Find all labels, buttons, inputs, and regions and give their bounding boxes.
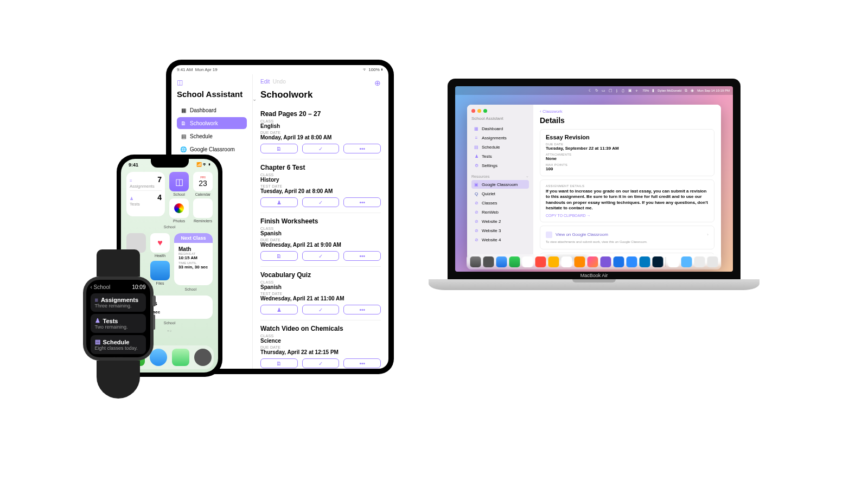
mac-resource-website-2[interactable]: ⊘Website 2 (471, 217, 529, 226)
task-more-button[interactable]: ••• (343, 251, 381, 261)
dock-trello[interactable] (640, 256, 650, 267)
watch-back-button[interactable]: ‹ School (91, 284, 111, 290)
sidebar-collapse-icon[interactable]: ◫ (177, 79, 183, 86)
ipad-nav-dashboard[interactable]: ▦Dashboard (177, 104, 247, 116)
calendar-app-icon[interactable]: FRI23 (193, 172, 213, 191)
watch-item-tests[interactable]: ♟TestsTwo remaining. (91, 314, 146, 333)
copy-clipboard-button[interactable]: COPY TO CLIPBOARD → (546, 214, 709, 217)
task-type-button[interactable]: ♟ (260, 197, 298, 207)
bluetooth-icon: ᛒ (616, 89, 618, 93)
dock-app[interactable] (614, 256, 624, 267)
task-item[interactable]: Watch Video on Chemicals CLASS Science D… (260, 320, 381, 369)
mac-resource-classes[interactable]: ⊘Classes (471, 198, 529, 207)
task-title: Read Pages 20 – 27 (260, 110, 381, 118)
google-classroom-card: View on Google Classroom › To view attac… (540, 226, 714, 249)
assignment-due: Tuesday, September 22 at 11:39 AM (546, 146, 709, 151)
globe-icon: 🌐 (180, 146, 187, 152)
ipad-nav-google-classroom[interactable]: 🌐Google Classroom (177, 143, 247, 155)
task-item[interactable]: Finish Worksheets CLASS Spanish DUE DATE… (260, 213, 381, 266)
dock-mail[interactable] (522, 256, 533, 267)
assignment-title: Essay Revision (546, 134, 709, 140)
mac-nav-settings[interactable]: ⚙Settings (471, 161, 529, 170)
task-class: History (260, 177, 381, 183)
ipad-nav-schedule[interactable]: ▤Schedule (177, 130, 247, 142)
breadcrumb[interactable]: ‹ Classwork (540, 109, 714, 114)
side-button[interactable] (153, 314, 155, 330)
mac-resource-website-3[interactable]: ⊘Website 3 (471, 226, 529, 235)
dock-folder[interactable] (681, 256, 692, 267)
school-summary-widget[interactable]: ≡7Assignments♟4Tests (126, 172, 165, 216)
task-type-button[interactable]: 🗎 (260, 144, 298, 153)
task-complete-button[interactable]: ✓ (302, 358, 340, 368)
next-class-widget[interactable]: Next Class Math BEGINS AT 10:15 AM TIME … (174, 233, 213, 285)
dock-maps-icon[interactable] (172, 349, 189, 366)
task-item[interactable]: Vocabulary Quiz CLASS Spanish TEST DATE … (260, 266, 381, 320)
mac-resource-google-classroom[interactable]: ▣Google Classroom (471, 180, 529, 189)
view-on-google-classroom[interactable]: View on Google Classroom › (546, 229, 709, 240)
photos-app-icon[interactable] (169, 198, 189, 218)
dock-settings[interactable] (483, 256, 494, 267)
dock-xcode[interactable] (601, 256, 611, 267)
task-complete-button[interactable]: ✓ (302, 251, 340, 261)
dock-app[interactable] (535, 256, 546, 267)
dock-app[interactable] (575, 256, 585, 267)
doc-icon: 🗎 (180, 120, 187, 126)
mac-datetime: Mon Sep 14 10:19 PM (697, 89, 730, 92)
mac-dock[interactable] (467, 254, 722, 269)
gc-icon: ▣ (474, 182, 479, 187)
watch-item-assignments[interactable]: ≡AssignmentsThree remaining. (91, 293, 146, 312)
digital-crown[interactable] (152, 296, 156, 306)
mac-nav-dashboard[interactable]: ▦Dashboard (471, 124, 529, 133)
q-icon: Q (474, 191, 479, 196)
ipad-nav-schoolwork[interactable]: 🗎Schoolwork (177, 117, 247, 129)
edit-button[interactable]: Edit (260, 79, 270, 85)
display-icon: ▭ (602, 88, 605, 93)
reminders-app-icon[interactable] (193, 198, 213, 218)
chevron-down-icon[interactable]: ⌄ (526, 174, 529, 178)
mac-resource-website-4[interactable]: ⊘Website 4 (471, 235, 529, 244)
link-icon: ⊘ (474, 228, 479, 233)
task-more-button[interactable]: ••• (343, 144, 381, 153)
task-item[interactable]: Chapter 6 Test CLASS History TEST DATE T… (260, 159, 381, 213)
dock-app[interactable] (561, 256, 572, 267)
dock-trash[interactable] (707, 256, 718, 267)
dock-finder[interactable] (470, 256, 481, 267)
chevron-down-icon[interactable]: ⌄ (253, 96, 257, 102)
macbook-base (429, 279, 760, 290)
task-more-button[interactable]: ••• (343, 305, 381, 314)
mac-resource-renweb[interactable]: ⊘RenWeb (471, 208, 529, 216)
task-item[interactable]: Read Pages 20 – 27 CLASS English DUE DAT… (260, 106, 381, 159)
task-type-button[interactable]: 🗎 (260, 358, 298, 368)
task-more-button[interactable]: ••• (343, 358, 381, 368)
task-type-button[interactable]: ♟ (260, 305, 298, 314)
dock-app[interactable] (694, 256, 705, 267)
dock-safari[interactable] (496, 256, 507, 267)
dock-messages[interactable] (509, 256, 520, 267)
link-icon: ⊘ (474, 209, 479, 215)
task-complete-button[interactable]: ✓ (302, 144, 340, 153)
dock-app[interactable] (627, 256, 637, 267)
school-app-icon[interactable]: ◫ (169, 172, 189, 191)
task-complete-button[interactable]: ✓ (302, 197, 340, 207)
screenshot-icon: ⧉ (685, 88, 687, 93)
dock-photoshop[interactable] (653, 256, 663, 267)
watch-item-schedule[interactable]: ▤ScheduleEight classes today. (91, 335, 146, 354)
mac-nav-schedule[interactable]: ▤Schedule (471, 143, 529, 151)
window-controls[interactable] (471, 109, 529, 113)
dock-app[interactable] (548, 256, 559, 267)
add-button-icon[interactable]: ⊕ (374, 79, 381, 87)
mac-app-window: School Assistant ▦Dashboard≡Assignments▤… (467, 105, 721, 266)
siri-icon: ◉ (691, 88, 694, 93)
mac-battery: 75% (642, 89, 649, 92)
mac-nav-assignments[interactable]: ≡Assignments (471, 133, 529, 142)
mac-nav-tests[interactable]: ♟Tests (471, 152, 529, 160)
task-complete-button[interactable]: ✓ (302, 305, 340, 314)
dock-settings-icon[interactable] (194, 349, 212, 366)
dock-app[interactable] (588, 256, 598, 267)
macbook-device: ☾ ↻ ▭ ▢ ᛒ ⏀ ▣ ᯤ 75% ▮ Dylan McDonald ⧉ ◉… (429, 79, 760, 377)
task-type-button[interactable]: 🗎 (260, 251, 298, 261)
dock-folder[interactable] (668, 256, 679, 267)
task-more-button[interactable]: ••• (343, 197, 381, 207)
mac-resource-quizlet[interactable]: QQuizlet (471, 189, 529, 198)
cast-icon: ▢ (609, 88, 612, 93)
